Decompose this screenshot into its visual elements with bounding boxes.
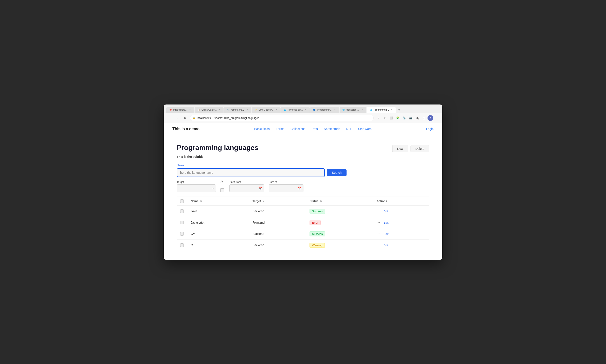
- col-target-header[interactable]: Target ⇅: [249, 196, 306, 206]
- tab-favicon-4: ⚡: [255, 108, 258, 111]
- search-row: Search: [177, 168, 429, 177]
- tab-close-3[interactable]: ✕: [246, 108, 249, 111]
- tab-miguelpere[interactable]: 🐙 miguelpere... ✕: [166, 107, 194, 113]
- app-content: This is a demo Basic fields Forms Collec…: [164, 123, 442, 260]
- row1-checkbox[interactable]: [180, 209, 184, 213]
- tab-title-3: remote.ma...: [231, 108, 245, 111]
- row4-edit-button[interactable]: Edit: [384, 244, 388, 247]
- jvm-label: Jvm: [220, 180, 225, 183]
- tab-close-5[interactable]: ✕: [304, 108, 307, 111]
- born-from-input[interactable]: [230, 184, 264, 192]
- row4-name: C: [187, 239, 249, 251]
- star-icon[interactable]: ☆: [382, 115, 387, 121]
- row4-checkbox[interactable]: [180, 243, 184, 247]
- row2-status: Error: [306, 217, 373, 228]
- tab-search-icon[interactable]: ⬜: [388, 115, 394, 121]
- table-body: Java Backend Success ··· Edit: [177, 206, 429, 251]
- row1-edit-button[interactable]: Edit: [384, 210, 388, 213]
- login-link[interactable]: Login: [426, 127, 434, 131]
- born-to-filter-group: Born to 📅: [269, 181, 303, 192]
- back-button[interactable]: ←: [166, 115, 172, 121]
- download-icon[interactable]: ↓: [375, 115, 381, 121]
- more-menu-icon[interactable]: ⋮: [434, 115, 440, 121]
- chrome-toolbar: ← → ↻ 🔒 localhost:8081/#someCruds_progra…: [164, 113, 442, 123]
- row2-edit-button[interactable]: Edit: [384, 221, 388, 224]
- row1-actions: ··· Edit: [373, 206, 429, 217]
- window-icon[interactable]: ◱: [421, 115, 427, 121]
- page-title: Programming languages: [177, 144, 258, 152]
- tab-lowcode[interactable]: ⚡ Low Code P... ✕: [252, 107, 281, 113]
- page-subtitle: This is the subtitle: [177, 155, 429, 158]
- select-all-checkbox[interactable]: [180, 199, 184, 203]
- jvm-checkbox[interactable]: [220, 188, 224, 192]
- nav-basic-fields[interactable]: Basic fields: [254, 127, 270, 131]
- toolbar-icons: ↓ ☆ ⬜ 🧩 📡 📷 🔌 ◱ A ⋮: [375, 115, 440, 121]
- row1-dots-button[interactable]: ···: [376, 209, 380, 213]
- name-search-input[interactable]: [177, 168, 325, 177]
- born-to-input[interactable]: [269, 184, 303, 192]
- row2-name: Javascript: [187, 217, 249, 228]
- row4-target: Backend: [249, 239, 306, 251]
- row1-status: Success: [306, 206, 373, 217]
- row3-status: Success: [306, 228, 373, 239]
- status-badge: Success: [309, 209, 325, 214]
- tab-close-1[interactable]: ✕: [189, 108, 192, 111]
- tab-close-2[interactable]: ✕: [218, 108, 221, 111]
- table-row: C# Backend Success ··· Edit: [177, 228, 429, 239]
- jvm-filter-group: Jvm: [220, 180, 225, 192]
- screenshot-icon[interactable]: 📷: [408, 115, 413, 121]
- address-bar[interactable]: 🔒 localhost:8081/#someCruds_programmingL…: [190, 115, 374, 121]
- app-nav: Basic fields Forms Collections Refs Some…: [254, 127, 372, 131]
- tab-lowcodeapp[interactable]: 🌐 low code ap... ✕: [281, 107, 310, 113]
- cast-icon[interactable]: 📡: [401, 115, 407, 121]
- row3-dots-button[interactable]: ···: [376, 232, 380, 235]
- forward-button[interactable]: →: [174, 115, 180, 121]
- row4-dots-button[interactable]: ···: [376, 243, 380, 247]
- search-button[interactable]: Search: [327, 169, 347, 176]
- row3-edit-button[interactable]: Edit: [384, 232, 388, 235]
- puzzle-icon[interactable]: 🔌: [414, 115, 420, 121]
- row2-dots-button[interactable]: ···: [376, 221, 380, 224]
- table-head: Name ⇅ Target ⇅ Status ⇅ Actions: [177, 196, 429, 206]
- nav-some-cruds[interactable]: Some cruds: [324, 127, 340, 131]
- row3-checkbox[interactable]: [180, 232, 184, 235]
- col-status-header[interactable]: Status ⇅: [306, 196, 373, 206]
- row4-actions: ··· Edit: [373, 239, 429, 251]
- tab-remote[interactable]: 🔧 remote.ma... ✕: [224, 107, 251, 113]
- tab-title-6: Programmin...: [317, 108, 332, 111]
- status-badge: Warning: [309, 243, 325, 248]
- new-tab-button[interactable]: +: [396, 107, 402, 113]
- status-badge: Error: [309, 220, 321, 225]
- col-name-label: Name: [191, 199, 198, 203]
- row2-checkbox[interactable]: [180, 221, 184, 224]
- tab-favicon-5: 🌐: [284, 108, 287, 111]
- tab-quickguide[interactable]: 📋 Quick Guide... ✕: [194, 107, 224, 113]
- profile-avatar[interactable]: A: [427, 115, 433, 121]
- nav-refs[interactable]: Refs: [311, 127, 318, 131]
- tab-programming-active[interactable]: 🌐 Programmin... ✕: [367, 107, 396, 113]
- target-select[interactable]: Backend Frontend: [177, 184, 216, 192]
- header-actions: New Delete: [392, 144, 429, 152]
- tab-traductor[interactable]: 🌐 traductor -... ✕: [340, 107, 366, 113]
- tab-close-7[interactable]: ✕: [361, 108, 364, 111]
- tab-programming1[interactable]: 🔵 Programmin... ✕: [310, 107, 339, 113]
- nav-star-wars[interactable]: Star Wars: [358, 127, 372, 131]
- table-row: C Backend Warning ··· Edit: [177, 239, 429, 251]
- new-button[interactable]: New: [392, 145, 408, 152]
- tab-favicon-2: 📋: [197, 108, 200, 111]
- extension-icon[interactable]: 🧩: [395, 115, 400, 121]
- tab-close-6[interactable]: ✕: [334, 108, 336, 111]
- nav-collections[interactable]: Collections: [291, 127, 305, 131]
- tab-close-8[interactable]: ✕: [390, 108, 393, 111]
- tab-favicon-8: 🌐: [369, 108, 373, 111]
- nav-nfl[interactable]: NFL: [346, 127, 352, 131]
- tab-close-4[interactable]: ✕: [275, 108, 278, 111]
- col-name-header[interactable]: Name ⇅: [187, 196, 249, 206]
- name-filter-label: Name: [177, 164, 429, 167]
- col-status-label: Status: [309, 199, 318, 203]
- tab-title-2: Quick Guide...: [202, 108, 217, 111]
- table-row: Java Backend Success ··· Edit: [177, 206, 429, 217]
- refresh-button[interactable]: ↻: [182, 115, 188, 121]
- nav-forms[interactable]: Forms: [276, 127, 284, 131]
- delete-button[interactable]: Delete: [411, 145, 429, 152]
